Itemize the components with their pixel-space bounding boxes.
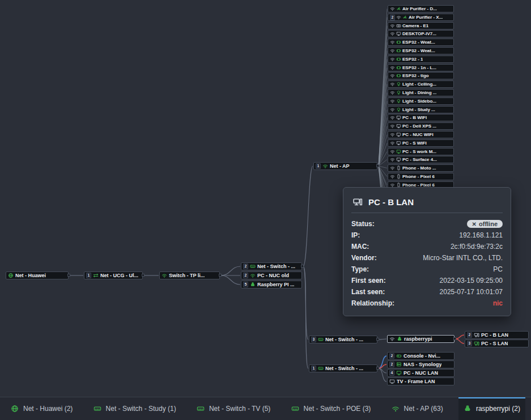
node-label: Phone - Moto ... [402,166,436,171]
detail-row: Status:✕offline [351,218,503,230]
node-pc-surface-4[interactable]: PC - Surface 4... [388,156,454,163]
wifi-icon [390,174,395,179]
node-pc-b-wifi[interactable]: PC - B WIFI [388,114,454,121]
node-pc-nuc-old[interactable]: 2PC - NUC old [241,271,302,279]
node-esp32-tigo[interactable]: ESP32 - tigo [388,72,454,79]
raspberry-icon [397,336,402,342]
node-net-ap[interactable]: 1Net - AP [313,162,377,170]
switch-icon [197,405,205,413]
node-label: raspberrypi [404,336,432,342]
tab-net-ap-63[interactable]: Net - AP (63) [386,397,448,420]
node-esp32-weat[interactable]: ESP32 - Weat... [388,47,454,54]
node-camera-e1[interactable]: Camera - E1 [388,22,454,29]
switch-icon [291,405,299,413]
node-light-study[interactable]: Light - Study ... [388,106,454,113]
tab-net-switch-poe-3[interactable]: Net - Switch - POE (3) [286,397,376,420]
wifi-icon [390,57,395,62]
port-badge: 4 [389,370,394,376]
node-label: ESP32 - Weat... [402,40,435,45]
port-badge: 2 [389,362,394,367]
node-net-huawei[interactable]: Net - Huawei [6,271,69,279]
camera-icon [396,23,401,28]
tab-net-huawei-2[interactable]: Net - Huawei (2) [6,397,78,420]
connector-dot [67,274,70,277]
node-label: Air Purifier - X... [409,15,443,20]
node-label: PC - S LAN [481,341,508,346]
node-label: DESKTOP-IV7... [402,31,436,36]
tv-icon [389,379,395,384]
wifi-icon [392,405,400,413]
node-air-purifier-d[interactable]: Air Purifier - D... [388,5,454,12]
detail-value: 192.168.1.121 [459,231,503,239]
wifi-icon [390,141,395,146]
bulb-icon [396,90,401,95]
port-badge: 2 [390,15,395,20]
tab-label: Net - Switch - Study (1) [106,405,176,413]
connector-dot [376,338,379,341]
connector-dot [219,274,222,277]
tab-raspberrypi-2[interactable]: raspberrypi (2) [458,397,525,420]
node-net-switch[interactable]: 2Net - Switch - ... [241,262,302,270]
chip-icon [396,57,401,62]
node-esp32-weat[interactable]: ESP32 - Weat... [388,39,454,46]
node-net-switch[interactable]: 1Net - Switch - ... [309,364,377,372]
tab-net-switch-tv-5[interactable]: Net - Switch - TV (5) [192,397,275,420]
node-tv-frame-lan[interactable]: TV - Frame LAN [387,377,454,385]
node-pc-s-lan[interactable]: 3PC - S LAN [465,340,529,347]
node-label: Net - Switch - ... [325,337,363,342]
tab-label: Net - Switch - POE (3) [304,405,371,413]
node-net-ucg-ul[interactable]: 1Net - UCG - Ul... [84,271,143,279]
detail-value: 2025-07-17 10:01:07 [440,288,503,296]
node-light-ceiling[interactable]: Light - Ceiling... [388,80,454,88]
node-label: Console - Nvi... [403,353,440,359]
node-pc-b-lan[interactable]: 2PC - B LAN [465,331,529,339]
detail-label: Type: [351,265,369,273]
wifi-icon [390,99,395,104]
wifi-icon [390,6,395,11]
node-switch-tp-li[interactable]: Switch - TP li... [159,271,220,279]
node-console-nvi[interactable]: 2Console - Nvi... [387,352,454,360]
detail-value: 2c:f0:5d:9e:73:2c [451,243,503,251]
node-air-purifier-x[interactable]: 2Air Purifier - X... [388,14,454,21]
node-desktop-iv7[interactable]: DESKTOP-IV7... [388,30,454,37]
port-badge: 3 [467,341,472,346]
raspberry-icon [250,282,256,287]
detail-row: Relationship:nic [351,298,503,309]
node-label: PC - Dell XPS ... [402,124,436,129]
node-pc-nuc-wifi[interactable]: PC - NUC WIFI [388,131,454,138]
node-net-switch[interactable]: 3Net - Switch - ... [309,336,377,343]
tab-net-switch-study-1[interactable]: Net - Switch - Study (1) [88,397,181,420]
node-light-dining[interactable]: Light - Dining ... [388,89,454,96]
node-raspberrypi[interactable]: raspberrypi [387,335,454,343]
pc-icon [352,197,363,207]
node-nas-synology[interactable]: 2NAS - Synology [387,360,454,368]
detail-value: PC [493,265,503,273]
node-label: PC - NUC old [257,273,289,278]
node-label: Light - Study ... [402,107,435,112]
detail-row: First seen:2022-03-15 09:25:00 [351,275,503,286]
detail-label: First seen: [351,277,386,285]
node-esp32-1[interactable]: ESP32 - 1 [388,56,454,63]
detail-row: Last seen:2025-07-17 10:01:07 [351,286,503,298]
node-pc-s-wifi[interactable]: PC - S WIFI [388,139,454,147]
node-pc-nuc-lan[interactable]: 4PC - NUC LAN [387,369,454,377]
node-esp32-1n-l[interactable]: ESP32 - 1n - L... [388,64,454,71]
connector-dot [142,274,145,277]
phone-icon [396,174,401,179]
node-pc-s-work-m[interactable]: PC - S work M... [388,148,454,155]
close-icon: ✕ [472,221,477,227]
monitor-icon [396,141,401,146]
node-pc-dell-xps[interactable]: PC - Dell XPS ... [388,122,454,130]
port-badge: 2 [467,332,472,338]
node-raspberry-pi[interactable]: 5Raspberry PI ... [241,281,302,289]
node-label: Camera - E1 [402,23,428,28]
node-label: NAS - Synology [403,362,442,367]
node-label: Light - Ceiling... [402,82,436,87]
bottom-tab-bar: Net - Huawei (2)Net - Switch - Study (1)… [0,397,531,420]
globe-icon [11,405,19,413]
node-phone-pixel-6[interactable]: Phone - Pixel 6 [388,173,454,180]
node-light-sidebo[interactable]: Light - Sidebo... [388,97,454,105]
node-label: ESP32 - 1n - L... [402,65,436,70]
node-phone-moto[interactable]: Phone - Moto ... [388,164,454,172]
node-label: Net - UCG - Ul... [100,273,138,278]
